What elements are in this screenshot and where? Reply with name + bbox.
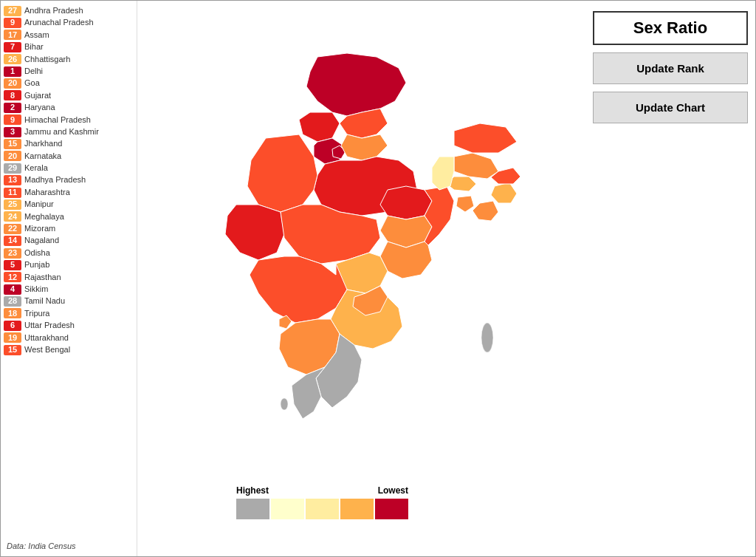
state-name: Mizoram — [24, 223, 55, 234]
rank-badge: 13 — [4, 175, 21, 185]
legend-swatch — [375, 499, 408, 519]
india-map — [170, 42, 554, 515]
list-item: 15Jharkhand — [4, 138, 134, 149]
rank-badge: 7 — [4, 42, 21, 52]
rank-badge: 20 — [4, 78, 21, 89]
list-item: 6Uttar Pradesh — [4, 320, 134, 331]
list-item: 7Bihar — [4, 41, 134, 52]
data-source-footer: Data: India Census — [7, 541, 76, 550]
list-item: 25Manipur — [4, 199, 134, 210]
state-name: Maharashtra — [24, 187, 70, 198]
rank-badge: 22 — [4, 224, 21, 234]
legend-highest-label: Highest — [236, 485, 269, 496]
state-name: Andhra Pradesh — [24, 5, 83, 16]
list-item: 4Sikkim — [4, 284, 134, 295]
state-name: Uttar Pradesh — [24, 320, 75, 331]
legend: Highest Lowest — [236, 485, 408, 519]
legend-swatch — [236, 499, 269, 519]
rank-badge: 17 — [4, 30, 21, 40]
state-name: Himachal Pradesh — [24, 115, 91, 126]
state-name: Nagaland — [24, 235, 59, 246]
state-name: Manipur — [24, 199, 54, 210]
state-name: Rajasthan — [24, 272, 61, 283]
state-name: Madhya Pradesh — [24, 174, 86, 185]
rank-badge: 23 — [4, 248, 21, 259]
state-name: Sikkim — [24, 284, 48, 295]
list-item: 20Karnataka — [4, 151, 134, 162]
state-name: Chhattisgarh — [24, 54, 70, 65]
map-container: Highest Lowest — [137, 1, 585, 556]
list-item: 11Maharashtra — [4, 187, 134, 198]
state-name: Kerala — [24, 163, 48, 174]
list-item: 23Odisha — [4, 247, 134, 259]
list-item: 17Assam — [4, 30, 134, 41]
state-name: Delhi — [24, 66, 43, 77]
legend-lowest-label: Lowest — [378, 485, 408, 496]
rank-badge: 26 — [4, 54, 21, 64]
list-item: 26Chhattisgarh — [4, 54, 134, 65]
state-name: Meghalaya — [24, 211, 64, 222]
rank-badge: 25 — [4, 199, 21, 210]
state-name: Goa — [24, 78, 40, 89]
list-item: 22Mizoram — [4, 223, 134, 234]
rank-badge: 27 — [4, 6, 21, 16]
list-item: 3Jammu and Kashmir — [4, 126, 134, 137]
list-item: 13Madhya Pradesh — [4, 174, 134, 185]
rank-badge: 19 — [4, 332, 21, 343]
update-chart-button[interactable]: Update Chart — [593, 92, 748, 123]
state-name: Gujarat — [24, 90, 51, 101]
list-item: 1Delhi — [4, 66, 134, 77]
right-panel: Sex Ratio Update Rank Update Chart — [585, 1, 755, 556]
rank-badge: 14 — [4, 236, 21, 246]
rank-badge: 15 — [4, 345, 21, 355]
legend-swatches — [236, 499, 408, 519]
state-name: Haryana — [24, 102, 55, 113]
list-item: 29Kerala — [4, 163, 134, 174]
rank-badge: 2 — [4, 103, 21, 113]
svg-point-1 — [281, 398, 288, 410]
state-name: Jammu and Kashmir — [24, 126, 99, 137]
state-name: Uttarakhand — [24, 332, 69, 344]
state-name: Tamil Nadu — [24, 295, 65, 307]
rank-badge: 24 — [4, 211, 21, 222]
state-name: Odisha — [24, 247, 50, 259]
svg-point-0 — [481, 323, 493, 352]
list-item: 15West Bengal — [4, 344, 134, 355]
list-item: 18Tripura — [4, 308, 134, 319]
states-list: 27Andhra Pradesh9Arunachal Pradesh17Assa… — [1, 1, 137, 556]
rank-badge: 4 — [4, 284, 21, 295]
legend-swatch — [271, 499, 304, 519]
list-item: 14Nagaland — [4, 235, 134, 246]
list-item: 28Tamil Nadu — [4, 295, 134, 307]
state-name: Karnataka — [24, 151, 61, 162]
state-name: West Bengal — [24, 344, 70, 355]
rank-badge: 11 — [4, 188, 21, 198]
list-item: 24Meghalaya — [4, 211, 134, 222]
list-item: 19Uttarakhand — [4, 332, 134, 344]
list-item: 8Gujarat — [4, 90, 134, 101]
rank-badge: 29 — [4, 163, 21, 174]
rank-badge: 18 — [4, 308, 21, 318]
list-item: 5Punjab — [4, 259, 134, 270]
list-item: 9Himachal Pradesh — [4, 115, 134, 126]
state-name: Punjab — [24, 259, 49, 270]
state-name: Arunachal Pradesh — [24, 17, 94, 28]
update-rank-button[interactable]: Update Rank — [593, 52, 748, 84]
state-name: Bihar — [24, 41, 44, 52]
legend-swatch — [340, 499, 374, 519]
list-item: 27Andhra Pradesh — [4, 5, 134, 16]
rank-badge: 28 — [4, 296, 21, 307]
rank-badge: 9 — [4, 115, 21, 125]
list-item: 2Haryana — [4, 102, 134, 113]
rank-badge: 8 — [4, 90, 21, 100]
rank-badge: 1 — [4, 66, 21, 77]
rank-badge: 20 — [4, 151, 21, 161]
rank-badge: 9 — [4, 18, 21, 28]
state-name: Jharkhand — [24, 138, 62, 149]
legend-swatch — [306, 499, 339, 519]
chart-title: Sex Ratio — [593, 11, 748, 45]
state-name: Tripura — [24, 308, 49, 319]
state-name: Assam — [24, 30, 49, 41]
rank-badge: 15 — [4, 139, 21, 149]
list-item: 9Arunachal Pradesh — [4, 17, 134, 28]
